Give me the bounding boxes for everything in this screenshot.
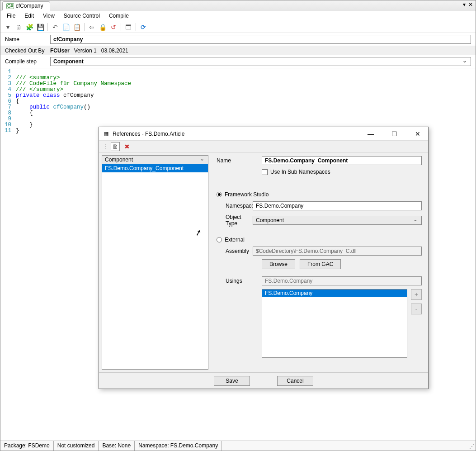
objecttype-select[interactable]: Component <box>253 216 422 225</box>
list-item[interactable]: FS.Demo.Company_Component <box>102 164 208 172</box>
delete-reference-icon[interactable]: ✖ <box>123 142 132 151</box>
name-input[interactable] <box>50 35 471 44</box>
add-using-button[interactable]: + <box>411 289 422 300</box>
menu-edit[interactable]: Edit <box>24 13 34 19</box>
dialog-toolbar: ⋮ 🗎 ✖ <box>99 141 428 152</box>
compilestep-label: Compile step <box>5 58 46 65</box>
file-tab[interactable]: C# cfCompany <box>2 1 50 10</box>
refresh-icon[interactable]: ⟳ <box>139 23 148 32</box>
status-package: Package: FSDemo <box>0 441 54 451</box>
new-file-icon[interactable]: 🗎 <box>14 23 23 32</box>
compilestep-row: Compile step Component <box>0 55 476 68</box>
menu-file[interactable]: File <box>7 13 15 19</box>
external-radio[interactable] <box>217 237 222 242</box>
usings-list-item[interactable]: FS.Demo.Company <box>262 290 407 297</box>
external-label: External <box>225 237 245 243</box>
resize-grip-icon[interactable]: ⋰ <box>467 441 476 451</box>
revert-icon[interactable]: ↺ <box>109 23 118 32</box>
references-right-panel: Name Use In Sub Namespaces Framework Stu… <box>214 155 424 370</box>
fromgac-button[interactable]: From GAC <box>300 259 341 269</box>
toolbar: ▾ 🗎 🧩 💾 ↶ 📄 📋 ⇦ 🔒 ↺ 🗔 ⟳ <box>0 21 476 33</box>
tab-label: cfCompany <box>16 3 43 9</box>
assembly-input <box>253 247 422 256</box>
usings-input <box>262 276 422 285</box>
cancel-button[interactable]: Cancel <box>277 376 313 386</box>
save-button[interactable]: Save <box>214 376 250 386</box>
status-bar: Package: FSDemo Not customized Base: Non… <box>0 441 476 451</box>
dialog-footer: Save Cancel <box>99 372 428 389</box>
usings-list[interactable]: FS.Demo.Company <box>262 289 407 358</box>
close-icon[interactable]: ✕ <box>411 130 424 138</box>
checkedout-row: Checked Out By FCUser Version 1 03.08.20… <box>0 46 476 55</box>
assembly-label: Assembly <box>217 248 253 254</box>
maximize-icon[interactable]: ☐ <box>387 130 401 138</box>
calendar-icon[interactable]: 🗔 <box>124 23 133 32</box>
new-dropdown-icon[interactable]: ▾ <box>3 23 12 32</box>
menu-compile[interactable]: Compile <box>109 13 129 19</box>
paste-icon[interactable]: 📋 <box>72 23 81 32</box>
version-label: Version 1 <box>74 47 97 54</box>
name-label: Name <box>217 157 262 164</box>
filter-value: Component <box>105 157 133 163</box>
use-sub-checkbox[interactable] <box>262 169 268 175</box>
csharp-icon: C# <box>6 3 14 9</box>
dropdown-arrow-icon[interactable]: ▾ <box>463 1 466 8</box>
plugin-icon[interactable]: 🧩 <box>25 23 34 32</box>
nav-back-icon[interactable]: ⇦ <box>87 23 96 32</box>
namespace-label: Namespace <box>217 203 253 209</box>
tab-bar: C# cfCompany ▾ ✕ <box>0 0 476 10</box>
dialog-title: References - FS.Demo.Article <box>113 131 184 137</box>
status-base: Base: None <box>99 441 135 451</box>
status-namespace: Namespace: FS.Demo.Company <box>135 441 222 451</box>
new-reference-icon[interactable]: 🗎 <box>111 142 120 151</box>
references-icon: ▦ <box>103 130 110 138</box>
framework-studio-label: Framework Studio <box>225 191 269 198</box>
dialog-titlebar[interactable]: ▦ References - FS.Demo.Article — ☐ ✕ <box>99 127 428 141</box>
save-icon[interactable]: 💾 <box>36 23 45 32</box>
browse-button[interactable]: Browse <box>262 259 295 269</box>
framework-studio-radio[interactable] <box>217 192 222 197</box>
checkedout-value: FCUser <box>50 47 70 54</box>
date-value: 03.08.2021 <box>101 47 128 54</box>
use-sub-label: Use In Sub Namespaces <box>270 169 330 175</box>
references-left-panel: Component FS.Demo.Company_Component <box>102 155 208 370</box>
menu-source-control[interactable]: Source Control <box>64 13 100 19</box>
namespace-input[interactable] <box>253 201 422 210</box>
references-dialog: ▦ References - FS.Demo.Article — ☐ ✕ ⋮ 🗎… <box>99 127 429 389</box>
checkedout-label: Checked Out By <box>5 47 46 54</box>
usings-label: Usings <box>217 278 262 284</box>
references-list[interactable]: FS.Demo.Company_Component <box>102 164 208 370</box>
compilestep-select[interactable]: Component <box>50 57 471 66</box>
objecttype-label: Object Type <box>217 214 253 227</box>
copy-icon[interactable]: 📄 <box>61 23 71 32</box>
filter-select[interactable]: Component <box>102 155 208 164</box>
checkout-icon[interactable]: 🔒 <box>98 23 107 32</box>
menu-bar: File Edit View Source Control Compile <box>0 10 476 21</box>
minimize-icon[interactable]: — <box>364 130 377 138</box>
name-row: Name <box>0 33 476 46</box>
name-label: Name <box>5 36 46 43</box>
status-customized: Not customized <box>54 441 99 451</box>
objecttype-value: Component <box>256 217 284 223</box>
ref-name-input[interactable] <box>262 156 422 165</box>
close-tab-icon[interactable]: ✕ <box>468 1 473 8</box>
remove-using-button[interactable]: - <box>411 304 422 314</box>
line-gutter: 123 456 789 1011 <box>0 68 14 437</box>
compilestep-value: Component <box>53 58 84 65</box>
menu-view[interactable]: View <box>43 13 55 19</box>
undo-icon[interactable]: ↶ <box>51 23 60 32</box>
